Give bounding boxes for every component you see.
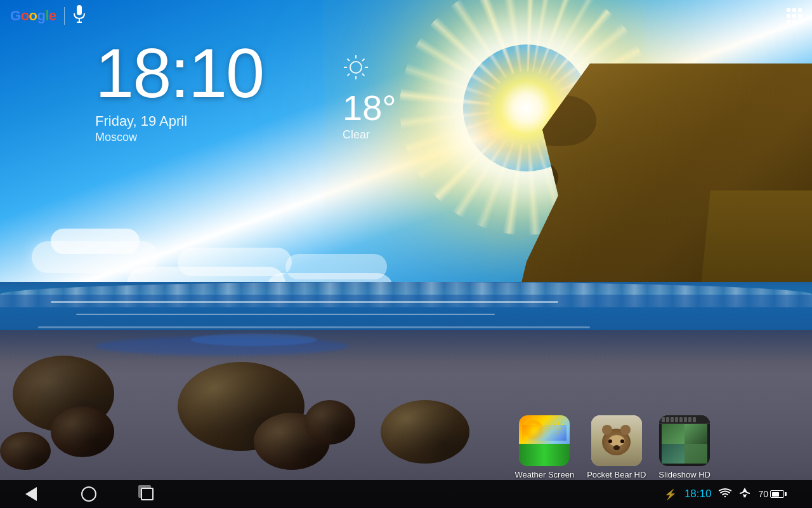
svg-rect-0: [77, 5, 82, 15]
google-g2: g: [37, 8, 46, 23]
clock-widget: 18:10 Friday, 19 April Moscow: [95, 38, 263, 144]
battery-icon: [770, 490, 787, 498]
app-icon-pocket-bear[interactable]: Pocket Bear HD: [587, 415, 646, 479]
svg-line-8: [348, 59, 350, 62]
microphone-icon[interactable]: [72, 5, 86, 27]
weather-temperature: 18°: [343, 90, 396, 126]
recents-button[interactable]: [141, 488, 154, 500]
svg-line-11: [348, 74, 350, 76]
app-icon-weather-screen[interactable]: Weather Screen: [514, 415, 574, 479]
airplane-mode-icon: [739, 487, 750, 501]
boulder-6: [381, 400, 469, 464]
svg-point-3: [350, 62, 362, 73]
slideshow-label: Slideshow HD: [658, 470, 710, 479]
slideshow-inner: [662, 424, 707, 464]
weather-widget: 18° Clear: [343, 54, 396, 142]
nav-buttons: [25, 486, 154, 502]
apps-grid-icon[interactable]: [787, 8, 802, 23]
app-icon-slideshow[interactable]: Slideshow HD: [658, 415, 710, 479]
google-wordmark: Google: [10, 8, 56, 24]
status-bar: Google: [0, 0, 812, 32]
svg-line-10: [362, 59, 365, 62]
cloud-2: [51, 229, 140, 254]
google-e: e: [49, 8, 56, 23]
google-o2: o: [29, 8, 37, 23]
navigation-bar: ⚡ 18:10 70: [0, 480, 812, 508]
weather-condition-icon: [343, 54, 396, 86]
back-button[interactable]: [25, 487, 37, 501]
pocket-bear-icon-img: [591, 415, 642, 466]
boulder-7: [0, 432, 51, 470]
usb-icon: ⚡: [664, 488, 677, 500]
battery-percent: 70: [758, 489, 768, 499]
app-dock: Weather Screen Pocket Bear HD: [514, 415, 710, 479]
google-g1: G: [10, 8, 21, 23]
weather-screen-icon-img: [519, 415, 570, 466]
header-divider: [64, 7, 65, 25]
clock-city: Moscow: [95, 131, 263, 144]
battery-indicator: 70: [758, 489, 787, 499]
weather-condition-text: Clear: [343, 128, 396, 142]
weather-screen-label: Weather Screen: [514, 470, 574, 479]
google-logo: Google: [10, 5, 86, 27]
boulder-2: [51, 406, 114, 457]
svg-line-9: [362, 74, 365, 76]
nav-time: 18:10: [684, 488, 712, 500]
home-button[interactable]: [81, 486, 96, 502]
slideshow-icon-img: [659, 415, 710, 466]
wifi-icon: [719, 488, 731, 500]
pocket-bear-label: Pocket Bear HD: [587, 470, 646, 479]
clock-date: Friday, 19 April: [95, 113, 263, 130]
nav-status-area: ⚡ 18:10 70: [664, 487, 787, 501]
google-o1: o: [21, 8, 29, 23]
boulder-5: [304, 400, 355, 444]
clock-time: 18:10: [95, 38, 263, 108]
